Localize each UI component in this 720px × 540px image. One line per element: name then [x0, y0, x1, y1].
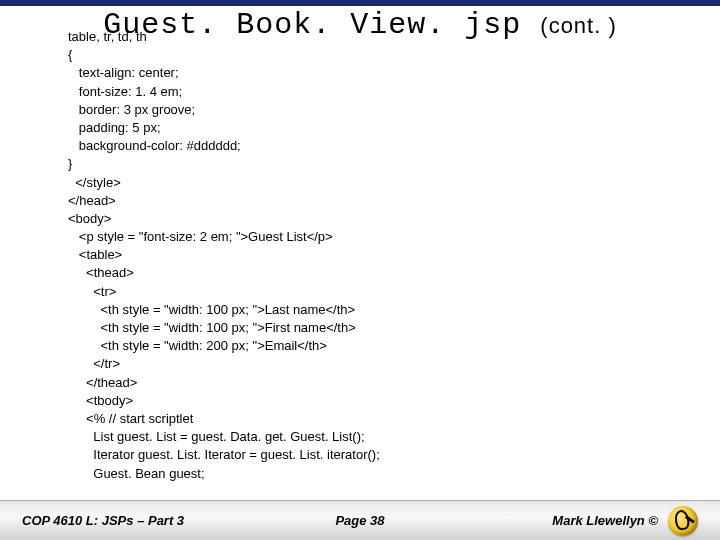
- footer-course: COP 4610 L: JSPs – Part 3: [22, 513, 184, 528]
- slide: Guest. Book. View. jsp (cont. ) table, t…: [0, 0, 720, 540]
- footer-author: Mark Llewellyn ©: [552, 513, 658, 528]
- footer-author-block: Mark Llewellyn ©: [552, 506, 698, 536]
- footer-page: Page 38: [335, 513, 384, 528]
- slide-footer: COP 4610 L: JSPs – Part 3 Page 38 Mark L…: [0, 500, 720, 540]
- code-content: table, tr, td, th { text-align: center; …: [0, 28, 720, 540]
- ucf-logo-icon: [668, 506, 698, 536]
